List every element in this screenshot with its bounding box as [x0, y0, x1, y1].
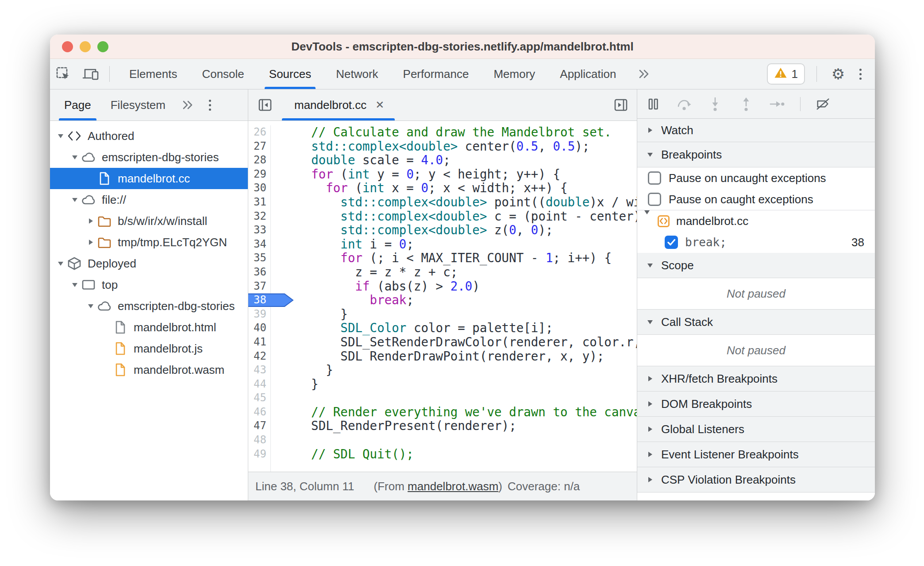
issues-badge[interactable]: 1 — [767, 63, 805, 85]
line-number[interactable]: 40 — [248, 321, 271, 335]
tree-item-mandelbrot-wasm[interactable]: mandelbrot.wasm — [50, 359, 248, 380]
expanded-arrow-icon[interactable] — [56, 262, 65, 266]
line-number[interactable]: 36 — [248, 265, 271, 279]
close-icon[interactable]: ✕ — [375, 99, 384, 111]
deactivate-breakpoints-icon[interactable] — [816, 96, 832, 112]
tree-item-top[interactable]: top — [50, 274, 248, 295]
breakpoint-item[interactable]: break;38 — [637, 232, 875, 253]
editor-status-bar: Line 38, Column 11 (From mandelbrot.wasm… — [248, 472, 637, 500]
line-number[interactable]: 34 — [248, 237, 271, 252]
line-number[interactable]: 39 — [248, 307, 271, 322]
gear-icon[interactable]: ⚙ — [828, 64, 848, 84]
line-number[interactable]: 47 — [248, 419, 271, 433]
step-into-icon[interactable] — [707, 96, 723, 112]
line-number[interactable]: 31 — [248, 195, 271, 209]
tab-console[interactable]: Console — [202, 59, 244, 89]
tree-item-emscripten-dbg-stories[interactable]: emscripten-dbg-stories — [50, 295, 248, 317]
line-number[interactable]: 33 — [248, 223, 271, 237]
step-over-icon[interactable] — [676, 96, 692, 112]
section-header-breakpoints[interactable]: Breakpoints — [637, 142, 875, 167]
code-text: } — [271, 377, 637, 392]
line-number[interactable]: 48 — [248, 433, 271, 447]
code-line-38: 38 break; — [248, 293, 637, 307]
pause-icon[interactable] — [645, 96, 661, 112]
line-number[interactable]: 37 — [248, 279, 271, 294]
navigator-more-tabs-icon[interactable] — [181, 99, 194, 111]
line-number[interactable]: 44 — [248, 377, 271, 392]
collapsed-arrow-icon[interactable] — [86, 218, 95, 224]
expanded-arrow-icon[interactable] — [86, 304, 95, 308]
expanded-arrow-icon — [646, 320, 654, 324]
line-number[interactable]: 49 — [248, 447, 271, 461]
tree-item-emscripten-dbg-stories[interactable]: emscripten-dbg-stories — [50, 147, 248, 168]
line-number[interactable]: 35 — [248, 251, 271, 265]
section-label: XHR/fetch Breakpoints — [661, 372, 778, 386]
line-number[interactable]: 45 — [248, 391, 271, 405]
tab-elements[interactable]: Elements — [129, 59, 177, 89]
code-text: // Calculate and draw the Mandelbrot set… — [271, 125, 637, 140]
tab-application[interactable]: Application — [560, 59, 616, 89]
line-number[interactable]: 41 — [248, 335, 271, 349]
device-toolbar-icon[interactable] — [81, 64, 100, 84]
breakpoint-file-group[interactable]: mandelbrot.cc — [637, 210, 875, 232]
tree-item-mandelbrot-cc[interactable]: mandelbrot.cc — [50, 168, 248, 189]
tab-memory[interactable]: Memory — [493, 59, 535, 89]
section-header-dom-breakpoints[interactable]: DOM Breakpoints — [637, 392, 875, 417]
checkbox[interactable] — [648, 193, 661, 206]
line-number[interactable]: 46 — [248, 405, 271, 419]
tab-sources[interactable]: Sources — [269, 59, 311, 89]
breakpoint-checkbox[interactable] — [665, 236, 678, 249]
breakpoint-line-number[interactable]: 38 — [248, 293, 271, 307]
expanded-arrow-icon[interactable] — [70, 283, 79, 287]
toolbar-divider — [800, 97, 801, 111]
tab-performance[interactable]: Performance — [403, 59, 469, 89]
wasm-file-link[interactable]: mandelbrot.wasm — [408, 480, 498, 493]
checkbox[interactable] — [648, 171, 661, 185]
navigator-menu-icon[interactable] — [209, 100, 211, 111]
section-header-csp-violation-breakpoints[interactable]: CSP Violation Breakpoints — [637, 467, 875, 492]
section-header-global-listeners[interactable]: Global Listeners — [637, 417, 875, 442]
file-tree: Authoredemscripten-dbg-storiesmandelbrot… — [50, 121, 248, 500]
step-out-icon[interactable] — [738, 96, 754, 112]
step-icon[interactable] — [769, 96, 785, 112]
checkbox-row-pause-on-uncaught-exceptions[interactable]: Pause on uncaught exceptions — [637, 167, 875, 189]
tree-item-file-[interactable]: file:// — [50, 189, 248, 210]
show-debugger-panel-icon[interactable] — [610, 94, 631, 116]
tree-item-tmp-tmp-elctq2ygn[interactable]: tmp/tmp.ELcTq2YGN — [50, 232, 248, 253]
navigator-tab-page[interactable]: Page — [64, 89, 91, 120]
line-number[interactable]: 27 — [248, 140, 271, 154]
section-header-watch[interactable]: Watch — [637, 119, 875, 142]
tree-item-mandelbrot-js[interactable]: mandelbrot.js — [50, 338, 248, 359]
collapsed-arrow-icon[interactable] — [86, 240, 95, 245]
inspect-element-icon[interactable] — [54, 64, 73, 84]
line-number[interactable]: 32 — [248, 209, 271, 224]
editor-tab-mandelbrot-cc[interactable]: mandelbrot.cc ✕ — [282, 89, 395, 120]
more-tabs-icon[interactable] — [638, 68, 650, 80]
tab-network[interactable]: Network — [336, 59, 378, 89]
expanded-arrow-icon[interactable] — [644, 214, 654, 228]
tree-item-deployed[interactable]: Deployed — [50, 253, 248, 274]
line-number[interactable]: 43 — [248, 363, 271, 377]
checkbox-row-pause-on-caught-exceptions[interactable]: Pause on caught exceptions — [637, 189, 875, 210]
line-number[interactable]: 29 — [248, 167, 271, 182]
tree-item-mandelbrot-html[interactable]: mandelbrot.html — [50, 317, 248, 338]
line-number[interactable]: 30 — [248, 181, 271, 195]
hide-navigator-icon[interactable] — [254, 94, 276, 116]
code-line-28: 28 double scale = 4.0; — [248, 153, 637, 167]
navigator-tab-filesystem[interactable]: Filesystem — [111, 89, 166, 120]
section-header-xhr-fetch-breakpoints[interactable]: XHR/fetch Breakpoints — [637, 366, 875, 392]
code-line-26: 26 // Calculate and draw the Mandelbrot … — [248, 125, 637, 140]
line-number[interactable]: 28 — [248, 153, 271, 167]
section-header-event-listener-breakpoints[interactable]: Event Listener Breakpoints — [637, 442, 875, 467]
tree-item-authored[interactable]: Authored — [50, 125, 248, 147]
tree-item-b-s-w-ir-x-w-install[interactable]: b/s/w/ir/x/w/install — [50, 210, 248, 232]
expanded-arrow-icon[interactable] — [70, 198, 79, 202]
expanded-arrow-icon[interactable] — [56, 134, 65, 138]
expanded-arrow-icon[interactable] — [70, 155, 79, 159]
section-header-call-stack[interactable]: Call Stack — [637, 310, 875, 335]
source-code-viewer[interactable]: 26 // Calculate and draw the Mandelbrot … — [248, 121, 637, 472]
line-number[interactable]: 26 — [248, 125, 271, 140]
section-header-scope[interactable]: Scope — [637, 253, 875, 278]
kebab-menu-icon[interactable] — [859, 69, 862, 80]
line-number[interactable]: 42 — [248, 349, 271, 364]
